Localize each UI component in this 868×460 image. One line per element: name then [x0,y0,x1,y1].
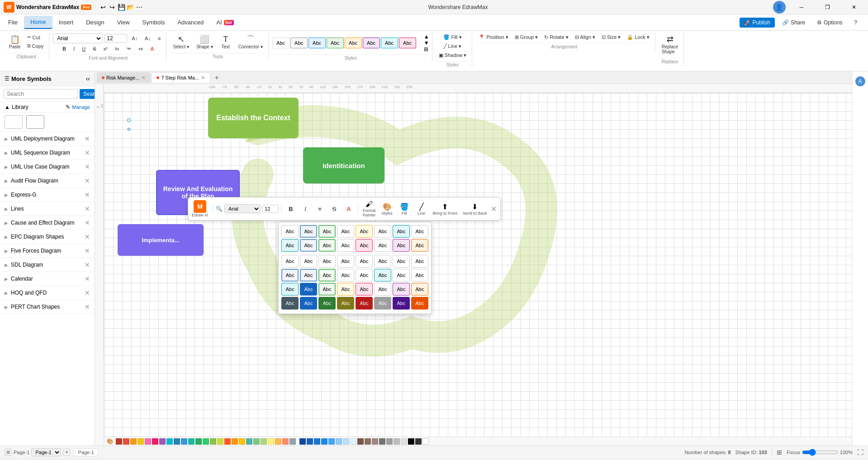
sp-abc-4-4[interactable]: Abc [337,269,354,282]
cut-btn[interactable]: ✂ Cut [24,33,47,41]
sp-abc-3-3[interactable]: Abc [318,255,336,268]
sp-abc-2-3[interactable]: Abc [318,239,336,252]
superscript-btn[interactable]: x² [101,45,110,52]
style-6[interactable]: Abc [363,38,380,48]
color-swatch-darkgray[interactable] [415,438,422,445]
close-uml-usecase[interactable]: ✕ [85,163,90,170]
font-size-input[interactable] [104,34,127,43]
shape-preview-2[interactable] [26,115,44,129]
tab-risk-management[interactable]: Risk Manage... ✕ [97,72,151,83]
close-audit-flow[interactable]: ✕ [85,177,90,184]
sp-abc-3-5[interactable]: Abc [356,255,373,268]
edraw-ai-btn[interactable]: M Edraw AI [192,200,208,217]
sp-abc-5-1[interactable]: Abc [281,283,299,296]
italic-btn[interactable]: I [71,45,77,52]
close-calendar[interactable]: ✕ [85,275,90,282]
shape-implementation[interactable]: Implementa... [118,224,204,256]
sp-abc-6-4[interactable]: Abc [337,297,354,310]
sp-abc-6-5[interactable]: Abc [356,297,373,310]
tab-7step[interactable]: 7 Step Risk Ma... ✕ [152,72,210,83]
ft-italic-btn[interactable]: I [299,202,312,215]
color-swatch-purple[interactable] [159,438,166,445]
canvas[interactable]: Establish the Context Identitication Rev… [104,93,852,437]
share-btn[interactable]: 🔗 Share [778,18,810,28]
undo-btn[interactable]: ↩ [100,4,107,11]
menu-insert[interactable]: Insert [52,16,80,28]
sp-abc-1-1[interactable]: Abc [281,225,299,238]
shadow-btn[interactable]: ▣ Shadow ▾ [436,52,470,59]
sidebar-collapse-btn[interactable]: ‹‹ [86,75,90,82]
sp-abc-6-8[interactable]: Abc [411,297,428,310]
bold-btn[interactable]: B [60,45,69,52]
sp-abc-1-6[interactable]: Abc [374,225,391,238]
size-btn[interactable]: ⊡ Size ▾ [599,33,624,41]
close-sdl[interactable]: ✕ [85,261,90,268]
fullscreen-btn[interactable]: ⛶ [857,449,863,456]
minimize-btn[interactable]: ─ [791,0,812,14]
tab-close-2[interactable]: ✕ [201,75,205,81]
sidebar-item-lines[interactable]: ▶ Lines ✕ [0,202,95,216]
color-swatch-yellowpale[interactable] [268,438,274,445]
color-swatch-green[interactable] [195,438,202,445]
sp-abc-6-6[interactable]: Abc [374,297,391,310]
sp-abc-4-6[interactable]: Abc [374,269,391,282]
color-swatch-gray1[interactable] [379,438,385,445]
handle-br[interactable] [128,128,130,131]
decrease-font-btn[interactable]: A↓ [142,35,153,42]
menu-advanced[interactable]: Advanced [171,16,210,28]
color-swatch-deeporange[interactable] [224,438,231,445]
color-picker-icon[interactable]: 🎨 [107,438,114,445]
color-swatch-gray2[interactable] [386,438,393,445]
paste-btn[interactable]: 📋 Paste [6,33,24,51]
sp-abc-2-6[interactable]: Abc [374,239,391,252]
ft-send-back-btn[interactable]: ⬇ Send to Back [461,202,489,216]
color-swatch-brownlight[interactable] [365,438,371,445]
color-swatch-teal[interactable] [188,438,194,445]
strike-btn[interactable]: S [90,45,99,52]
color-swatch-salmon[interactable] [282,438,289,445]
style-5[interactable]: Abc [345,38,362,48]
style-4[interactable]: Abc [327,38,344,48]
rotate-btn[interactable]: ↻ Rotate ▾ [541,33,571,41]
search-btn[interactable]: Search [80,89,95,99]
color-swatch-lime[interactable] [210,438,216,445]
sp-abc-5-3[interactable]: Abc [318,283,336,296]
sp-abc-3-4[interactable]: Abc [337,255,354,268]
color-swatch-red2[interactable] [123,438,129,445]
sp-abc-1-3[interactable]: Abc [318,225,336,238]
sp-abc-4-3[interactable]: Abc [318,269,336,282]
search-input[interactable] [4,89,78,99]
toolbar-close-btn[interactable]: ✕ [491,205,497,213]
color-swatch-yellow[interactable] [138,438,144,445]
copy-btn[interactable]: ⧉ Copy [24,42,47,50]
sp-abc-1-4[interactable]: Abc [337,225,354,238]
color-swatch-gray3[interactable] [394,438,400,445]
sp-abc-5-8[interactable]: Abc [411,283,428,296]
style-1[interactable]: Abc [272,38,289,48]
color-swatch-greenlight[interactable] [253,438,260,445]
sp-abc-4-8[interactable]: Abc [411,269,428,282]
list-btn[interactable]: ≔ [123,45,134,52]
sidebar-item-cause-effect[interactable]: ▶ Cause and Effect Diagram ✕ [0,216,95,230]
user-avatar[interactable]: 👤 [773,1,786,14]
sp-abc-5-7[interactable]: Abc [393,283,410,296]
group-btn[interactable]: ⊞ Group ▾ [512,33,541,41]
ft-font-select[interactable]: Arial [224,204,261,213]
sidebar-item-uml-deployment[interactable]: ▶ UML Deployment Diagram ✕ [0,132,95,146]
color-swatch-lightgreen[interactable] [203,438,209,445]
ft-styles-btn[interactable]: 🎨 Styles [379,202,395,216]
sp-abc-6-3[interactable]: Abc [318,297,336,310]
menu-ai[interactable]: AI hot [210,16,240,28]
color-swatch-blue8[interactable] [343,438,349,445]
fit-to-window-btn[interactable]: ⊞ [777,449,782,456]
sp-abc-2-8[interactable]: Abc [411,239,428,252]
increase-font-btn[interactable]: A↑ [129,35,140,42]
redo-btn[interactable]: ↪ [109,4,116,11]
tab-add-btn[interactable]: + [211,72,222,83]
sidebar-item-pert[interactable]: ▶ PERT Chart Shapes ✕ [0,300,95,314]
sp-abc-6-1[interactable]: Abc [281,297,299,310]
publish-btn[interactable]: 🚀 Publish [740,18,775,28]
manage-btn[interactable]: Manage [72,104,90,110]
select-btn[interactable]: ↖ Select ▾ [170,33,192,51]
sp-abc-2-2[interactable]: Abc [300,239,317,252]
